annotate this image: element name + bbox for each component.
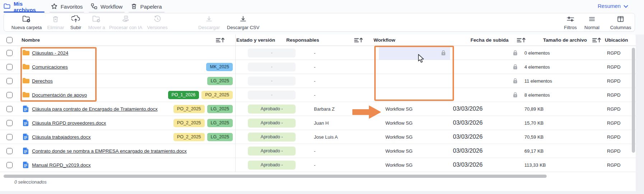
summary-label: Resumen	[598, 3, 621, 9]
date-cell: 03/03/2026	[453, 161, 483, 168]
sort-icon-nombre[interactable]	[216, 37, 225, 45]
columns-button[interactable]: Columnas	[610, 15, 631, 30]
date-lock-icon	[513, 64, 518, 71]
row-checkbox[interactable]	[6, 106, 13, 112]
view-mode-button[interactable]: Normal	[584, 15, 599, 30]
status-pill[interactable]: -	[248, 91, 296, 100]
file-icon	[23, 148, 31, 155]
item-name-link[interactable]: Comunicaciones	[32, 64, 68, 70]
date-lock-icon	[513, 92, 518, 99]
tag-chip: LG_2025	[207, 105, 233, 113]
tag-chip: MK_2025	[206, 63, 233, 71]
sort-icon-fecha[interactable]	[516, 37, 526, 45]
tag-chip: PO_2_2025	[173, 105, 205, 113]
workflow-cell: Workflow SG	[385, 120, 413, 126]
status-pill[interactable]: -	[248, 77, 296, 86]
vertical-scrollbar-thumb[interactable]	[632, 48, 635, 153]
row-checkbox[interactable]	[6, 120, 13, 126]
workflow-cell: Workflow SG	[385, 106, 413, 112]
responsible-cell: -	[314, 162, 315, 168]
table-row[interactable]: Manual RGPD_v2019.docx Aprobado - - Work…	[0, 158, 636, 172]
size-cell: 69,17 KB	[524, 148, 544, 154]
tab-mis-archivos[interactable]: Mis archivos	[4, 1, 45, 12]
table-row[interactable]: Derechos LG_2025 - - 11 elementos RGPD	[0, 74, 636, 88]
column-divider	[235, 34, 236, 172]
tags: MK_2025	[108, 63, 233, 71]
status-pill[interactable]: Aprobado -	[248, 105, 296, 114]
responsible-cell: -	[314, 92, 315, 98]
file-icon	[23, 134, 31, 141]
status-pill[interactable]: Aprobado -	[248, 147, 296, 156]
table-row[interactable]: Comunicaciones MK_2025 - - 4 elementos R…	[0, 60, 636, 74]
row-checkbox[interactable]	[6, 78, 13, 84]
column-header-ubicacion: Ubicación	[605, 37, 628, 43]
item-name-link[interactable]: Manual RGPD_v2019.docx	[32, 162, 91, 168]
item-name-link[interactable]: Cláusula RGPD proveedores.docx	[32, 120, 106, 126]
download-csv-button[interactable]: Descargar CSV	[227, 15, 259, 30]
sort-icon-tamano[interactable]	[592, 37, 601, 45]
item-name-link[interactable]: Cláusulas - 2024	[32, 50, 68, 56]
trash-icon	[52, 15, 59, 24]
versions-button[interactable]: Versiones	[147, 15, 167, 30]
move-to-button[interactable]: Mover a	[88, 15, 105, 30]
table-row[interactable]: Cláusula trabajadores.docx PO_2_2025LG_2…	[0, 130, 636, 144]
size-cell: 4 elementos	[524, 64, 550, 70]
folder-icon	[22, 78, 30, 85]
toolbar-label: Eliminar	[47, 25, 64, 30]
tags: PO_2_2025LG_2025	[108, 105, 233, 113]
row-checkbox[interactable]	[6, 92, 13, 98]
process-ai-button[interactable]: AI Procesar con IA	[109, 15, 143, 30]
tab-label: Workflow	[101, 4, 122, 10]
row-checkbox[interactable]	[6, 162, 13, 168]
tab-underline	[50, 12, 84, 13]
status-pill[interactable]: Aprobado -	[248, 161, 296, 170]
folder-icon	[22, 50, 30, 57]
sort-icon-responsables[interactable]	[354, 37, 363, 45]
item-name-link[interactable]: Cláusula trabajadores.docx	[32, 134, 91, 140]
item-name-link[interactable]: Documentación de apoyo	[32, 92, 87, 98]
upload-button[interactable]: Subir	[70, 15, 81, 30]
horizontal-scrollbar-thumb[interactable]	[4, 175, 547, 178]
workflow-icon	[91, 3, 97, 10]
history-icon	[154, 15, 161, 24]
table-row[interactable]: Contrato donde se nombra a EMPRESA encar…	[0, 144, 636, 158]
row-checkbox[interactable]	[6, 148, 13, 154]
tab-label: Favoritos	[61, 4, 83, 10]
status-pill[interactable]: -	[248, 48, 296, 57]
tags: LG_2025	[108, 77, 233, 85]
move-folder-icon	[92, 15, 101, 24]
status-pill[interactable]: Aprobado -	[248, 119, 296, 128]
tag-chip: PO_2_2025	[173, 133, 205, 141]
table-row[interactable]: Documentación de apoyo PO_1_2026PO_2_202…	[0, 88, 636, 102]
workflow-cell: Workflow SG	[385, 134, 413, 140]
location-cell: RGPD	[607, 64, 621, 70]
table-row[interactable]: Cláusula para contrato de Encargado de T…	[0, 102, 636, 116]
tab-favoritos[interactable]: Favoritos	[50, 1, 84, 12]
tags: PO_2_2025LG_2025	[108, 133, 233, 141]
workflow-hover-cell[interactable]	[379, 46, 450, 60]
status-pill[interactable]: Aprobado -	[248, 133, 296, 142]
table-row[interactable]: Cláusulas - 2024 - - 0 elementos RGPD	[0, 46, 636, 60]
tab-papelera[interactable]: Papelera	[129, 1, 165, 12]
select-all-checkbox[interactable]	[6, 37, 13, 43]
table-body: Cláusulas - 2024 - - 0 elementos RGPD Co…	[0, 46, 636, 172]
row-checkbox[interactable]	[6, 64, 13, 70]
row-checkbox[interactable]	[6, 134, 13, 140]
status-pill[interactable]: -	[248, 63, 296, 71]
table-row[interactable]: Cláusula RGPD proveedores.docx PO_2_2025…	[0, 116, 636, 130]
item-name-link[interactable]: Derechos	[32, 78, 53, 84]
item-name-link[interactable]: Contrato donde se nombra a EMPRESA encar…	[32, 148, 187, 154]
size-cell: 8 elementos	[524, 92, 550, 98]
delete-button[interactable]: Eliminar	[47, 15, 64, 30]
new-folder-button[interactable]: Nueva carpeta	[11, 15, 42, 30]
row-checkbox[interactable]	[6, 50, 13, 56]
filters-button[interactable]: Filtros	[564, 15, 576, 30]
toolbar-label: Columnas	[610, 25, 631, 30]
workflow-lock-icon	[441, 50, 446, 57]
tab-workflow[interactable]: Workflow	[89, 1, 125, 12]
toolbar-label: Versiones	[147, 25, 167, 30]
location-cell: RGPD	[607, 106, 621, 112]
download-button[interactable]: Descargar	[198, 15, 220, 30]
summary-toggle[interactable]: Resumen	[598, 3, 628, 9]
tag-chip: PO_2_2025	[201, 91, 233, 99]
